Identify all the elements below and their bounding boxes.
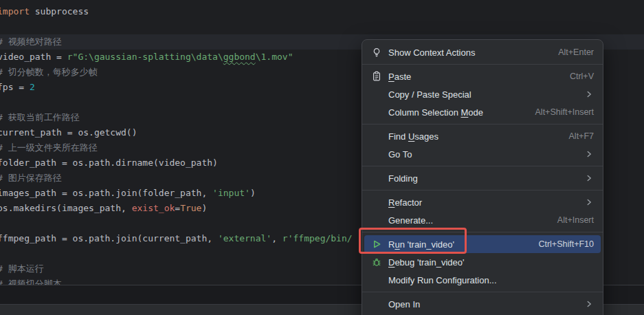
menu-item-label: Folding (388, 173, 418, 184)
menu-item-label: Column Selection Mode (388, 107, 483, 118)
menu-item-shortcut: Alt+Shift+Insert (535, 107, 594, 117)
code-token: r"G:\gaussian-splatting\data\ (67, 52, 223, 62)
menu-item-label: Refactor (388, 197, 422, 208)
code-line: # 图片保存路径 (0, 171, 353, 186)
code-token: fps = (0, 82, 30, 92)
run-icon (370, 239, 383, 250)
code-line (0, 246, 353, 261)
no-icon (370, 149, 383, 160)
typo-wavy-underline-token: ggbond (223, 52, 256, 62)
code-token: , (271, 233, 282, 243)
code-line: # 脚本运行 (0, 261, 353, 276)
menu-item-label: Copy / Paste Special (388, 89, 471, 100)
editor-context-menu: Show Context ActionsAlt+EnterPasteCtrl+V… (362, 39, 603, 315)
code-line: # 上一级文件夹所在路径 (0, 140, 353, 155)
code-line: images_path = os.path.join(folder_path, … (0, 186, 353, 201)
chevron-right-icon (584, 89, 594, 99)
ide-screen: import os import subprocess # 视频绝对路径vide… (0, 0, 644, 315)
code-lines: import subprocess # 视频绝对路径video_path = r… (0, 4, 353, 285)
chevron-right-icon (584, 173, 594, 183)
menu-item-label: Show Context Actions (388, 47, 475, 58)
clipboard-icon (370, 71, 383, 82)
code-line: # 视频绝对路径 (0, 34, 353, 50)
menu-item-paste[interactable]: PasteCtrl+V (364, 67, 601, 85)
code-token: 2 (30, 82, 35, 92)
menu-item-open-in[interactable]: Open In (364, 295, 601, 313)
code-token: 'external' (218, 233, 271, 243)
code-token: r'ffmpeg/bin/ (282, 233, 353, 243)
chevron-right-icon (584, 299, 594, 309)
no-icon (370, 173, 383, 184)
code-line: import subprocess (0, 4, 353, 19)
code-token: # 上一级文件夹所在路径 (0, 142, 98, 153)
no-icon (370, 131, 383, 142)
menu-item-show-context-actions[interactable]: Show Context ActionsAlt+Enter (364, 43, 601, 61)
menu-separator (362, 166, 603, 166)
code-token: # 视频绝对路径 (0, 36, 62, 47)
menu-item-refactor[interactable]: Refactor (364, 193, 601, 211)
menu-item-modify-run-configuration[interactable]: Modify Run Configuration... (364, 271, 601, 289)
no-icon (370, 215, 383, 226)
menu-item-label: Go To (388, 149, 412, 160)
menu-item-debug[interactable]: Debug 'train_video' (364, 253, 601, 271)
menu-item-label: Open In (388, 299, 420, 309)
code-line: # 获取当前工作路径 (0, 110, 353, 125)
code-token: = (175, 203, 180, 213)
no-icon (370, 298, 383, 309)
code-token: # 图片保存路径 (0, 173, 62, 183)
code-line: video_path = r"G:\gaussian-splatting\dat… (0, 50, 353, 65)
no-icon (370, 107, 383, 118)
menu-item-find-usages[interactable]: Find UsagesAlt+F7 (364, 127, 601, 145)
code-line: fps = 2 (0, 80, 353, 95)
menu-item-shortcut: Ctrl+Shift+F10 (538, 239, 594, 249)
menu-item-shortcut: Alt+Enter (558, 47, 594, 57)
code-token: os.makedirs(images_path, (0, 203, 132, 213)
menu-item-shortcut: Alt+Insert (557, 215, 594, 225)
code-token: ) (201, 203, 207, 213)
menu-item-run[interactable]: Run 'train_video'Ctrl+Shift+F10 (364, 235, 601, 253)
menu-item-folding[interactable]: Folding (364, 169, 601, 187)
menu-item-label: Paste (388, 72, 411, 82)
code-token: \1.mov" (256, 52, 293, 62)
code-line: os.makedirs(images_path, exist_ok=True) (0, 201, 353, 216)
code-line: # 切分帧数，每秒多少帧 (0, 65, 353, 80)
code-token: folder_path = os.path.dirname(video_path… (0, 158, 218, 168)
menu-item-column-selection-mode[interactable]: Column Selection ModeAlt+Shift+Insert (364, 103, 601, 121)
code-token: ffmpeg_path = os.path.join(current_path, (0, 233, 218, 243)
debug-icon (370, 257, 383, 268)
menu-item-go-to[interactable]: Go To (364, 145, 601, 163)
menu-item-generate[interactable]: Generate...Alt+Insert (364, 211, 601, 229)
menu-separator (362, 64, 603, 65)
menu-item-label: Find Usages (388, 131, 438, 142)
menu-item-label: Generate... (388, 215, 433, 226)
code-token: exist_ok (132, 203, 175, 213)
code-token: # 视频切分脚本 (0, 279, 62, 285)
code-token: current_path = os.getcwd() (0, 127, 137, 138)
menu-separator (362, 124, 603, 124)
code-line (0, 95, 353, 110)
code-token: images_path = os.path.join(folder_path, (0, 188, 212, 198)
no-icon (370, 274, 383, 285)
code-line: current_path = os.getcwd() (0, 125, 353, 140)
code-token: # 切分帧数，每秒多少帧 (0, 67, 98, 77)
code-token: import (0, 6, 30, 17)
menu-item-label: Modify Run Configuration... (388, 275, 497, 285)
code-line: ffmpeg_path = os.path.join(current_path,… (0, 231, 353, 246)
no-icon (370, 197, 383, 208)
menu-item-copy-paste-special[interactable]: Copy / Paste Special (364, 85, 601, 103)
chevron-right-icon (584, 149, 594, 159)
menu-item-shortcut: Ctrl+V (570, 72, 594, 81)
menu-separator (362, 292, 603, 292)
code-token: # 获取当前工作路径 (0, 112, 80, 122)
menu-item-label: Debug 'train_video' (388, 257, 464, 268)
clipped-code-line: import os (0, 0, 45, 3)
code-line (0, 216, 353, 231)
code-token: True (180, 203, 201, 213)
code-line: # 视频切分脚本 (0, 276, 353, 285)
lightbulb-icon (370, 47, 383, 58)
menu-item-label: Run 'train_video' (388, 239, 454, 250)
code-token: ) (250, 188, 256, 198)
code-token: subprocess (30, 6, 89, 17)
menu-item-shortcut: Alt+F7 (569, 131, 594, 141)
menu-separator (362, 190, 603, 191)
